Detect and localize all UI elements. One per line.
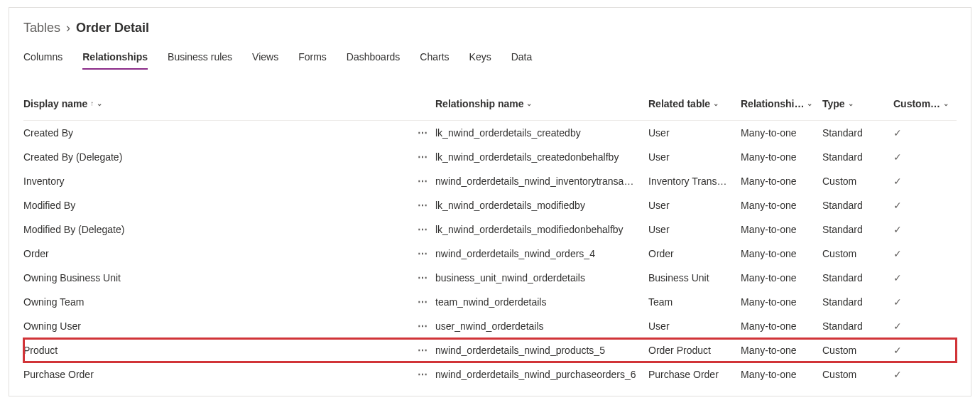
- col-relationship-name[interactable]: Relationship name ⌄: [435, 98, 648, 109]
- more-actions-icon[interactable]: ⋯: [418, 151, 435, 163]
- more-actions-icon[interactable]: ⋯: [418, 224, 435, 235]
- checkmark-icon: ✓: [893, 296, 902, 308]
- cell-type: Standard: [822, 224, 893, 235]
- more-actions-icon[interactable]: ⋯: [418, 200, 435, 211]
- cell-display-name: Inventory: [23, 176, 418, 187]
- tab-views[interactable]: Views: [252, 45, 278, 70]
- cell-type: Standard: [822, 320, 893, 332]
- table-row[interactable]: Purchase Order⋯nwind_orderdetails_nwind_…: [23, 362, 957, 387]
- cell-display-name: Owning Team: [23, 296, 418, 308]
- checkmark-icon: ✓: [893, 224, 902, 235]
- cell-type: Standard: [822, 272, 893, 284]
- table-row[interactable]: Product⋯nwind_orderdetails_nwind_product…: [23, 338, 957, 362]
- checkmark-icon: ✓: [893, 369, 902, 380]
- cell-related-table: Order Product: [648, 345, 741, 356]
- cell-related-table: User: [648, 320, 741, 332]
- cell-display-name: Modified By (Delegate): [23, 224, 418, 235]
- cell-relationship-name: nwind_orderdetails_nwind_orders_4: [435, 248, 648, 259]
- table-row[interactable]: Modified By⋯lk_nwind_orderdetails_modifi…: [23, 193, 957, 217]
- cell-type: Standard: [822, 127, 893, 139]
- col-related-table[interactable]: Related table ⌄: [648, 98, 741, 109]
- checkmark-icon: ✓: [893, 151, 902, 163]
- table-row[interactable]: Modified By (Delegate)⋯lk_nwind_orderdet…: [23, 217, 957, 242]
- cell-type: Custom: [822, 369, 893, 380]
- tab-data[interactable]: Data: [511, 45, 533, 70]
- table-row[interactable]: Created By (Delegate)⋯lk_nwind_orderdeta…: [23, 145, 957, 169]
- more-actions-icon[interactable]: ⋯: [418, 369, 435, 380]
- cell-customizable: ✓: [893, 296, 950, 308]
- checkmark-icon: ✓: [893, 176, 902, 187]
- table-row[interactable]: Owning Team⋯team_nwind_orderdetailsTeamM…: [23, 290, 957, 314]
- cell-type: Custom: [822, 345, 893, 356]
- table-row[interactable]: Created By⋯lk_nwind_orderdetails_created…: [23, 121, 957, 145]
- more-actions-icon[interactable]: ⋯: [418, 176, 435, 187]
- col-display-name[interactable]: Display name ↑ ⌄: [23, 98, 418, 109]
- cell-type: Standard: [822, 200, 893, 211]
- cell-relationship-type: Many-to-one: [741, 176, 822, 187]
- cell-customizable: ✓: [893, 176, 950, 187]
- table-row[interactable]: Owning User⋯user_nwind_orderdetailsUserM…: [23, 314, 957, 338]
- table-body: Created By⋯lk_nwind_orderdetails_created…: [23, 121, 957, 387]
- checkmark-icon: ✓: [893, 320, 902, 332]
- cell-relationship-type: Many-to-one: [741, 127, 822, 139]
- more-actions-icon[interactable]: ⋯: [418, 320, 435, 332]
- more-actions-icon[interactable]: ⋯: [418, 272, 435, 284]
- breadcrumb-current: Order Detail: [76, 21, 149, 36]
- cell-related-table: Inventory Trans…: [648, 176, 741, 187]
- table-row[interactable]: Inventory⋯nwind_orderdetails_nwind_inven…: [23, 169, 957, 193]
- more-actions-icon[interactable]: ⋯: [418, 127, 435, 139]
- tab-keys[interactable]: Keys: [469, 45, 491, 70]
- tab-relationships[interactable]: Relationships: [82, 45, 148, 70]
- cell-related-table: Business Unit: [648, 272, 741, 284]
- cell-type: Custom: [822, 248, 893, 259]
- col-related-table-label: Related table: [648, 98, 710, 109]
- relationships-table: Display name ↑ ⌄ Relationship name ⌄ Rel…: [9, 70, 971, 387]
- table-row[interactable]: Owning Business Unit⋯business_unit_nwind…: [23, 266, 957, 290]
- cell-display-name: Owning User: [23, 320, 418, 332]
- cell-relationship-name: business_unit_nwind_orderdetails: [435, 272, 648, 284]
- chevron-down-icon: ⌄: [713, 99, 719, 107]
- cell-display-name: Order: [23, 248, 418, 259]
- table-header-row: Display name ↑ ⌄ Relationship name ⌄ Rel…: [23, 91, 957, 121]
- cell-relationship-type: Many-to-one: [741, 272, 822, 284]
- cell-relationship-name: lk_nwind_orderdetails_createdby: [435, 127, 648, 139]
- tab-business-rules[interactable]: Business rules: [168, 45, 232, 70]
- checkmark-icon: ✓: [893, 272, 902, 284]
- cell-relationship-type: Many-to-one: [741, 224, 822, 235]
- tab-forms[interactable]: Forms: [298, 45, 327, 70]
- chevron-down-icon: ⌄: [943, 99, 949, 107]
- tab-columns[interactable]: Columns: [23, 45, 62, 70]
- checkmark-icon: ✓: [893, 127, 902, 139]
- table-row[interactable]: Order⋯nwind_orderdetails_nwind_orders_4O…: [23, 242, 957, 266]
- breadcrumb-root[interactable]: Tables: [23, 21, 60, 36]
- cell-customizable: ✓: [893, 224, 950, 235]
- cell-related-table: Purchase Order: [648, 369, 741, 380]
- cell-relationship-type: Many-to-one: [741, 345, 822, 356]
- col-display-name-label: Display name: [23, 98, 87, 109]
- cell-customizable: ✓: [893, 151, 950, 163]
- cell-relationship-type: Many-to-one: [741, 200, 822, 211]
- more-actions-icon[interactable]: ⋯: [418, 296, 435, 308]
- tab-charts[interactable]: Charts: [420, 45, 449, 70]
- col-relationship-type[interactable]: Relationshi… ⌄: [741, 98, 822, 109]
- more-actions-icon[interactable]: ⋯: [418, 248, 435, 259]
- tab-bar: ColumnsRelationshipsBusiness rulesViewsF…: [9, 41, 971, 70]
- col-type[interactable]: Type ⌄: [822, 98, 893, 109]
- cell-related-table: Team: [648, 296, 741, 308]
- cell-relationship-name: nwind_orderdetails_nwind_purchaseorders_…: [435, 369, 648, 380]
- cell-display-name: Product: [23, 345, 418, 356]
- more-actions-icon[interactable]: ⋯: [418, 345, 435, 356]
- cell-display-name: Purchase Order: [23, 369, 418, 380]
- col-customizable[interactable]: Custom… ⌄: [893, 98, 950, 109]
- cell-customizable: ✓: [893, 345, 950, 356]
- cell-related-table: User: [648, 224, 741, 235]
- cell-display-name: Created By: [23, 127, 418, 139]
- cell-display-name: Owning Business Unit: [23, 272, 418, 284]
- cell-type: Standard: [822, 296, 893, 308]
- cell-customizable: ✓: [893, 248, 950, 259]
- tab-dashboards[interactable]: Dashboards: [347, 45, 401, 70]
- cell-customizable: ✓: [893, 369, 950, 380]
- chevron-down-icon: ⌄: [526, 99, 532, 107]
- cell-display-name: Created By (Delegate): [23, 151, 418, 163]
- cell-customizable: ✓: [893, 320, 950, 332]
